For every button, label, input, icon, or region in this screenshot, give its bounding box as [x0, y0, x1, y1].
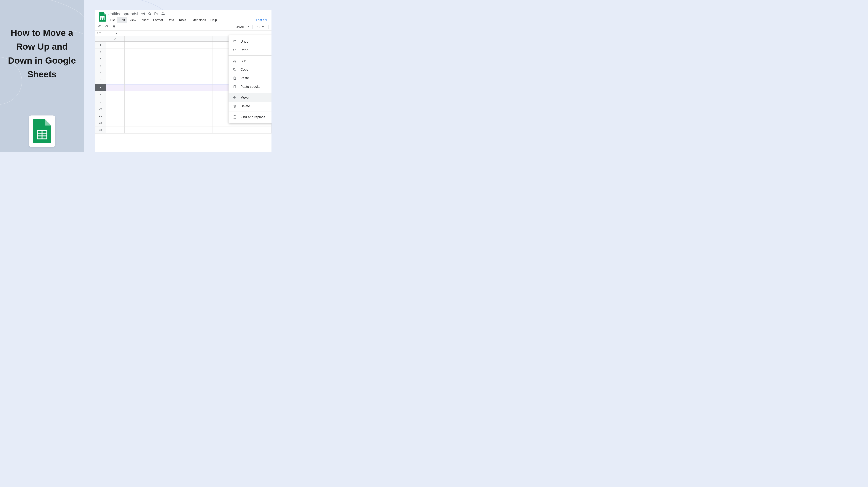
cell[interactable] [183, 119, 213, 126]
cell[interactable] [106, 112, 125, 119]
edit-paste[interactable]: Paste Ctrl+V [228, 74, 272, 82]
menu-extensions[interactable]: Extensions [188, 17, 208, 23]
cell[interactable] [154, 70, 183, 77]
menu-format[interactable]: Format [151, 17, 165, 23]
cell[interactable] [125, 105, 154, 112]
cell[interactable] [183, 98, 213, 105]
cell[interactable] [183, 105, 213, 112]
row-header[interactable]: 3 [95, 56, 106, 63]
cell[interactable] [125, 112, 154, 119]
edit-find-replace[interactable]: Find and replace Ctrl+H [228, 113, 272, 121]
column-header-a[interactable]: A [106, 36, 125, 41]
font-size-selector[interactable]: 10 [255, 25, 265, 28]
cell[interactable] [154, 63, 183, 70]
cell[interactable] [183, 91, 213, 98]
edit-cut[interactable]: Cut Ctrl+X [228, 57, 272, 65]
cloud-status-icon[interactable] [161, 12, 165, 16]
cell[interactable] [125, 56, 154, 63]
menu-view[interactable]: View [127, 17, 138, 23]
cell[interactable] [125, 63, 154, 70]
print-button[interactable] [112, 25, 116, 29]
cell[interactable] [125, 98, 154, 105]
row-header[interactable]: 2 [95, 49, 106, 56]
cell[interactable] [242, 126, 272, 133]
cell[interactable] [183, 126, 213, 133]
sheets-app-icon[interactable] [97, 11, 108, 22]
cell[interactable] [183, 70, 213, 77]
row-header[interactable]: 10 [95, 105, 106, 112]
edit-move[interactable]: Move ▶ [228, 93, 272, 102]
menu-insert[interactable]: Insert [138, 17, 151, 23]
cell[interactable] [125, 70, 154, 77]
row-header[interactable]: 13 [95, 126, 106, 133]
cell[interactable] [106, 77, 125, 84]
cell[interactable] [125, 77, 154, 84]
cell[interactable] [106, 91, 125, 98]
cell[interactable] [106, 126, 125, 133]
cell[interactable] [125, 42, 154, 49]
cell[interactable] [106, 49, 125, 56]
row-header[interactable]: 6 [95, 77, 106, 84]
row-header[interactable]: 1 [95, 42, 106, 49]
cell[interactable] [154, 49, 183, 56]
cell[interactable] [154, 42, 183, 49]
edit-paste-special[interactable]: Paste special ▶ [228, 82, 272, 91]
menu-edit[interactable]: Edit [117, 17, 127, 23]
edit-copy[interactable]: Copy Ctrl+C [228, 65, 272, 74]
menu-help[interactable]: Help [208, 17, 219, 23]
cell[interactable] [183, 63, 213, 70]
cell[interactable] [154, 84, 183, 91]
last-edit-link[interactable]: Last edi [254, 17, 269, 23]
cell[interactable] [154, 91, 183, 98]
cell[interactable] [154, 119, 183, 126]
cell[interactable] [106, 119, 125, 126]
column-header-hidden[interactable] [183, 36, 213, 41]
row-header[interactable]: 7 [95, 84, 106, 91]
grid-row-13[interactable]: 13 [95, 126, 272, 133]
edit-delete[interactable]: Delete ▶ [228, 102, 272, 111]
redo-button[interactable] [105, 25, 109, 29]
row-header[interactable]: 8 [95, 91, 106, 98]
document-title[interactable]: Untitled spreadsheet [108, 11, 145, 17]
row-header[interactable]: 11 [95, 112, 106, 119]
cell[interactable] [213, 126, 242, 133]
cell[interactable] [125, 84, 154, 91]
menu-data[interactable]: Data [165, 17, 177, 23]
cell[interactable] [125, 119, 154, 126]
undo-button[interactable] [98, 25, 102, 29]
cell[interactable] [183, 112, 213, 119]
cell[interactable] [106, 105, 125, 112]
cell[interactable] [154, 126, 183, 133]
cell[interactable] [106, 42, 125, 49]
row-header[interactable]: 12 [95, 119, 106, 126]
row-header[interactable]: 4 [95, 63, 106, 70]
row-header[interactable]: 9 [95, 98, 106, 105]
star-icon[interactable] [148, 12, 152, 16]
edit-undo[interactable]: Undo Ctrl+Z [228, 37, 272, 46]
cell[interactable] [154, 77, 183, 84]
select-all-corner[interactable] [95, 36, 106, 41]
cell[interactable] [183, 49, 213, 56]
cell[interactable] [183, 84, 213, 91]
row-header[interactable]: 5 [95, 70, 106, 77]
edit-redo[interactable]: Redo Ctrl+Y [228, 46, 272, 54]
menu-file[interactable]: File [108, 17, 117, 23]
name-box[interactable]: 7:7 [95, 31, 119, 36]
cell[interactable] [154, 112, 183, 119]
cell[interactable] [125, 49, 154, 56]
cell[interactable] [183, 56, 213, 63]
cell[interactable] [154, 98, 183, 105]
cell[interactable] [125, 126, 154, 133]
cell[interactable] [106, 56, 125, 63]
cell[interactable] [183, 77, 213, 84]
menu-tools[interactable]: Tools [177, 17, 188, 23]
cell[interactable] [106, 63, 125, 70]
font-selector[interactable]: ult (Ari… [236, 25, 249, 28]
column-header-hidden[interactable] [154, 36, 183, 41]
cell[interactable] [106, 70, 125, 77]
cell[interactable] [154, 105, 183, 112]
cell[interactable] [106, 98, 125, 105]
cell[interactable] [106, 84, 125, 91]
move-to-drive-icon[interactable] [154, 12, 158, 16]
cell[interactable] [183, 42, 213, 49]
